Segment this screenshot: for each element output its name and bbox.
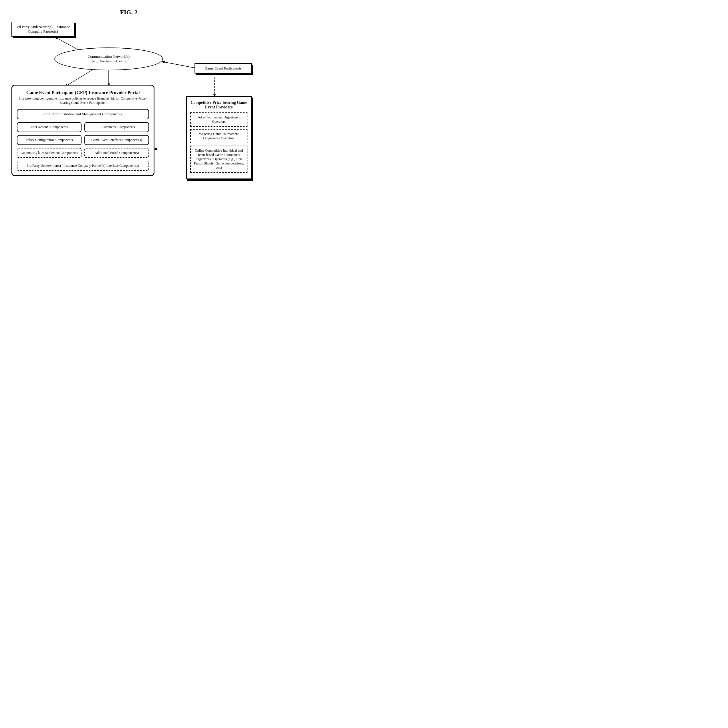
ecommerce-component: E-Commerce Components (84, 122, 149, 132)
user-account-component: User Account Components (17, 122, 81, 132)
gep-portal-box: Game Event Participant (GEP) Insurance P… (11, 85, 154, 176)
portal-title: Game Event Participant (GEP) Insurance P… (17, 90, 149, 95)
additional-portal-component: Additional Portal Component(s) (84, 148, 149, 158)
competitive-title: Competitive Prize-bearing Game Event Pro… (190, 100, 248, 110)
portal-admin-component: Portal Administration and Management Com… (17, 109, 149, 119)
auto-claim-component: Automatic Claim Settlement Components (17, 148, 81, 158)
svg-line-3 (66, 70, 92, 86)
game-event-interface-component: Game Event Interface Component(s) (84, 135, 149, 145)
competitive-providers-box: Competitive Prize-bearing Game Event Pro… (186, 96, 252, 179)
game-event-participants-label: Game Event Participants (205, 66, 242, 70)
online-competitive-item: Online Competitive Individual and Team-b… (190, 145, 248, 173)
network-label: Communication Network(s)(e.g., the Inter… (88, 54, 130, 64)
fig-title: FIG. 2 (9, 9, 249, 16)
underwriter-top-label: 3rd Party Underwriter(s) / Insurance Com… (16, 24, 70, 34)
policy-config-component: Policy Configuration Components (17, 135, 81, 145)
poker-tournament-item: Poker Tournament Organizers / Operators (190, 112, 248, 127)
underwriter-top-box: 3rd Party Underwriter(s) / Insurance Com… (11, 22, 74, 37)
portal-subtitle: [for providing configurable insurance po… (17, 96, 149, 105)
diagram-container: 3rd Party Underwriter(s) / Insurance Com… (9, 22, 255, 256)
third-party-interface-component: 3rd Party Underwriter(s) / Insurance Com… (17, 161, 149, 171)
game-event-participants-box: Game Event Participants (194, 63, 252, 73)
network-ellipse: Communication Network(s)(e.g., the Inter… (54, 47, 163, 70)
components-grid: User Account Components E-Commerce Compo… (17, 122, 149, 158)
wagering-game-item: Wagering Game Tournament Organizers / Op… (190, 129, 248, 143)
